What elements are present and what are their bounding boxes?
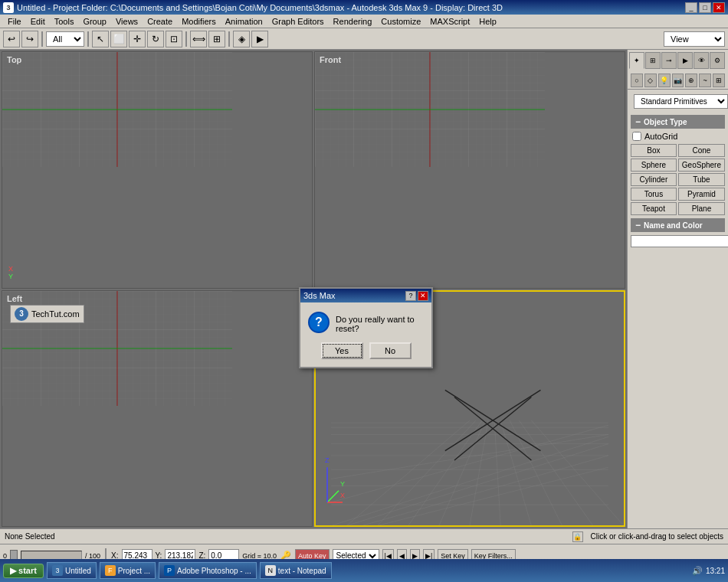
autogrid-checkbox[interactable] <box>632 132 641 141</box>
watermark: 3 TechTut.com <box>10 305 84 323</box>
name-color-header[interactable]: Name and Color <box>631 218 725 232</box>
title-bar: 3 Untitled - Project Folder: C:\Document… <box>0 0 728 15</box>
toolbar-separator-3 <box>185 31 187 47</box>
close-button[interactable]: ✕ <box>713 2 725 13</box>
minimize-button[interactable]: _ <box>685 2 697 13</box>
menu-item-edit[interactable]: Edit <box>26 16 50 27</box>
mirror-button[interactable]: ⟺ <box>190 31 207 47</box>
menu-item-maxscript[interactable]: MAXScript <box>425 16 474 27</box>
top-axis: X Y <box>8 265 13 280</box>
viewport-front[interactable]: Front <box>314 51 625 289</box>
cylinder-button[interactable]: Cylinder <box>631 173 677 186</box>
time-display: 13:21 <box>706 567 725 575</box>
teapot-button[interactable]: Teapot <box>631 202 677 215</box>
title-text: Untitled - Project Folder: C:\Documents … <box>17 3 503 12</box>
viewport-top[interactable]: Top X Y <box>2 51 313 289</box>
menu-item-group[interactable]: Group <box>78 16 111 27</box>
panel-tab-hierarchy[interactable]: ⊸ <box>661 52 677 69</box>
select-region-button[interactable]: ⬜ <box>110 31 127 47</box>
taskbar-notepad[interactable]: N text - Notepad <box>260 562 332 579</box>
viewport-left-label: Left <box>7 294 22 303</box>
cameras-icon[interactable]: 📷 <box>672 74 684 87</box>
taskbar: ▶ start 3 Untitled F Project ... P Adobe… <box>0 559 728 582</box>
object-type-header[interactable]: Object Type <box>631 115 725 129</box>
align-button[interactable]: ⊞ <box>208 31 225 47</box>
lock-icon: 🔒 <box>572 531 583 542</box>
viewport-top-grid <box>2 52 232 167</box>
selection-filter-dropdown[interactable]: All <box>46 31 84 47</box>
dialog-title-buttons[interactable]: ? ✕ <box>405 291 428 301</box>
undo-button[interactable]: ↩ <box>3 31 20 47</box>
menu-item-animation[interactable]: Animation <box>221 16 267 27</box>
panel-tab-create[interactable]: ✦ <box>629 52 644 69</box>
box-button[interactable]: Box <box>631 144 677 157</box>
title-bar-buttons[interactable]: _ □ ✕ <box>685 2 725 13</box>
lights-icon[interactable]: 💡 <box>658 74 671 87</box>
move-button[interactable]: ✛ <box>129 31 146 47</box>
taskbar-notepad-icon: N <box>265 565 276 576</box>
viewport-front-grid <box>315 52 545 167</box>
sphere-button[interactable]: Sphere <box>631 159 677 172</box>
viewport-front-label: Front <box>320 55 341 64</box>
watermark-icon: 3 <box>15 307 28 321</box>
plane-button[interactable]: Plane <box>678 202 725 215</box>
geometry-icon[interactable]: ○ <box>631 74 643 87</box>
start-button[interactable]: ▶ start <box>3 564 44 578</box>
menu-item-help[interactable]: Help <box>474 16 501 27</box>
panel-dropdown-container: Standard Primitives <box>628 90 728 113</box>
redo-button[interactable]: ↪ <box>21 31 38 47</box>
viewport-left[interactable]: Left 3 TechTut.com <box>2 290 313 528</box>
maximize-button[interactable]: □ <box>699 2 711 13</box>
autogrid-label: AutoGrid <box>644 132 677 141</box>
taskbar-project-label: Project ... <box>118 567 150 575</box>
selection-status: None Selected <box>5 532 55 541</box>
taskbar-photoshop-icon: P <box>164 565 175 576</box>
menu-item-rendering[interactable]: Rendering <box>329 16 377 27</box>
shapes-icon[interactable]: ◇ <box>644 74 657 87</box>
pyramid-button[interactable]: Pyramid <box>678 188 725 201</box>
dialog-help-button[interactable]: ? <box>405 291 416 301</box>
render-button[interactable]: ▶ <box>251 31 268 47</box>
menu-item-tools[interactable]: Tools <box>50 16 79 27</box>
object-name-input[interactable] <box>631 235 728 247</box>
torus-button[interactable]: Torus <box>631 188 677 201</box>
dialog-no-button[interactable]: No <box>369 342 412 359</box>
taskbar-3dsmax[interactable]: 3 Untitled <box>47 562 97 579</box>
helpers-icon[interactable]: ⊕ <box>685 74 697 87</box>
systems-icon[interactable]: ⊞ <box>713 74 725 87</box>
panel-tab-motion[interactable]: ▶ <box>677 52 693 69</box>
taskbar-project-icon: F <box>105 565 116 576</box>
menu-item-create[interactable]: Create <box>143 16 177 27</box>
taskbar-photoshop[interactable]: P Adobe Photoshop - ... <box>159 562 257 579</box>
taskbar-project[interactable]: F Project ... <box>100 562 156 579</box>
select-button[interactable]: ↖ <box>92 31 109 47</box>
geosphere-button[interactable]: GeoSphere <box>678 159 725 172</box>
rotate-button[interactable]: ↻ <box>147 31 164 47</box>
material-editor-button[interactable]: ◈ <box>233 31 250 47</box>
menu-item-graph-editors[interactable]: Graph Editors <box>267 16 329 27</box>
scale-button[interactable]: ⊡ <box>166 31 182 47</box>
dialog-yes-button[interactable]: Yes <box>321 342 363 359</box>
panel-tab-utilities[interactable]: ⚙ <box>710 52 725 69</box>
panel-tab-modify[interactable]: ⊞ <box>645 52 661 69</box>
panel-tab-display[interactable]: 👁 <box>694 52 709 69</box>
tube-button[interactable]: Tube <box>678 173 725 186</box>
menu-item-modifiers[interactable]: Modifiers <box>177 16 221 27</box>
dialog-content: ? Do you really want to reset? <box>300 302 431 339</box>
menu-item-views[interactable]: Views <box>111 16 143 27</box>
right-panel: ✦ ⊞ ⊸ ▶ 👁 ⚙ ○ ◇ 💡 📷 ⊕ ~ ⊞ Standard Primi… <box>627 50 728 528</box>
panel-tabs: ✦ ⊞ ⊸ ▶ 👁 ⚙ <box>628 50 728 71</box>
taskbar-photoshop-label: Adobe Photoshop - ... <box>177 567 251 575</box>
viewport-top-label: Top <box>7 55 21 64</box>
dialog-question-icon: ? <box>308 312 330 333</box>
spacewarps-icon[interactable]: ~ <box>699 74 711 87</box>
cone-button[interactable]: Cone <box>678 144 725 157</box>
menu-item-file[interactable]: File <box>3 16 26 27</box>
hint-text: Click or click-and-drag to select object… <box>591 532 723 541</box>
primitives-dropdown[interactable]: Standard Primitives <box>634 94 728 109</box>
main-area: Top X Y <box>0 50 728 528</box>
dialog-close-button[interactable]: ✕ <box>418 291 428 301</box>
view-mode-dropdown[interactable]: View <box>664 31 725 47</box>
dialog-title: 3ds Max <box>303 291 336 300</box>
menu-item-customize[interactable]: Customize <box>376 16 425 27</box>
